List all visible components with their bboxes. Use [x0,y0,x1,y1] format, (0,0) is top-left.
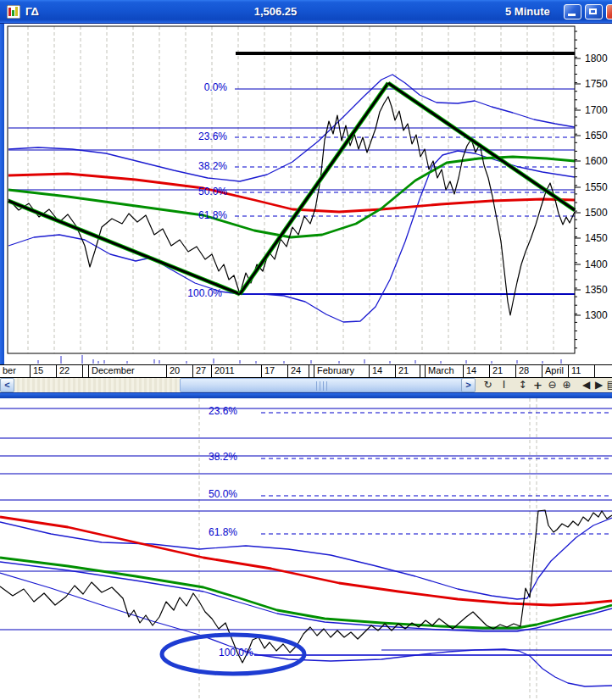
chart-scroll-toolbar: < > ↻I↕+⊖⊕◀▶▤ [0,378,612,392]
scrollbar-thumb[interactable] [180,378,474,392]
fib-label: 100.0% [178,288,222,299]
x-axis-label: 28 [515,365,542,377]
maximize-icon [589,8,597,14]
x-axis-label: 20 [166,365,192,377]
x-axis-label: March [425,365,463,377]
fib-label: 23.6% [209,406,237,417]
y-axis-label: 1800 [585,53,612,64]
x-axis-label: December [88,365,166,377]
scrollbar-track[interactable] [14,378,461,392]
next-icon[interactable]: ▶ [593,379,605,392]
fib-label: 23.6% [183,131,227,142]
y-axis-label: 1350 [585,285,612,296]
x-axis-label: 2011 [211,365,261,377]
close-button[interactable] [606,4,612,19]
scroll-right-button[interactable]: > [461,378,476,392]
x-axis-label: 15 [30,365,56,377]
x-axis-label: 27 [192,365,211,377]
refresh-icon[interactable]: ↻ [481,379,494,392]
x-axis-label [594,365,612,377]
y-axis-label: 1400 [585,259,612,270]
minimize-icon [568,14,576,16]
titlebar[interactable]: ΓΔ 1,506.25 5 Minute [0,0,612,24]
time-axis: ber1522December202720111724February1421M… [0,364,612,378]
app-chart-icon [7,5,20,19]
fib-label: 61.8% [183,210,227,221]
window-left-border [0,24,4,398]
chevron-right-icon: > [465,380,470,390]
y-axis-label: 1600 [585,156,612,167]
y-axis-label: 1700 [585,105,612,116]
y-axis-label: 1450 [585,233,612,244]
x-axis-label: 14 [369,365,395,377]
window-title: ΓΔ [25,5,39,18]
price-chart-canvas[interactable] [0,0,612,700]
x-axis-label: ber [0,365,30,377]
list-icon[interactable]: ▤ [605,379,612,392]
x-axis-label: 22 [56,365,82,377]
prev-icon[interactable]: ◀ [580,379,593,392]
x-axis-label: 11 [568,365,594,377]
window-bottom-border [0,392,612,398]
chevron-left-icon: < [4,380,9,390]
fib-label: 100.0% [219,647,253,658]
application-window: ΓΔ 1,506.25 5 Minute 0.0%23.6%38.2%50.0%… [0,0,612,700]
fib-label: 38.2% [183,161,227,172]
zoom-out-icon[interactable]: ⊖ [546,379,559,392]
x-axis-label: 24 [287,365,309,377]
x-axis-label [82,365,88,377]
vertical-resize-icon[interactable]: ↕ [516,379,529,392]
y-axis-label: 1650 [585,131,612,142]
y-axis-label: 1550 [585,182,612,193]
fib-label: 50.0% [183,186,227,197]
x-axis-label: 17 [261,365,287,377]
title-last-price: 1,506.25 [220,5,331,18]
pan-icon[interactable]: + [531,379,544,392]
y-axis-label: 1750 [585,79,612,90]
zoom-in-icon[interactable]: ⊕ [560,379,573,392]
fib-label: 38.2% [209,452,237,463]
x-axis-label: April [542,365,568,377]
x-axis-label: 21 [395,365,420,377]
fib-label: 50.0% [209,489,237,500]
ibeam-icon[interactable]: I [498,379,510,392]
minimize-button[interactable] [564,4,581,19]
scroll-left-button[interactable]: < [0,378,14,392]
fib-label: 61.8% [209,527,237,538]
fib-label: 0.0% [183,82,227,93]
scrollbar-grip-icon [316,381,330,391]
x-axis-label: 14 [463,365,489,377]
title-interval: 5 Minute [505,5,550,18]
x-axis-label: 21 [489,365,515,377]
y-axis-label: 1300 [585,310,612,321]
x-axis-label: February [314,365,369,377]
y-axis-label: 1500 [585,208,612,219]
maximize-button[interactable] [585,4,603,19]
